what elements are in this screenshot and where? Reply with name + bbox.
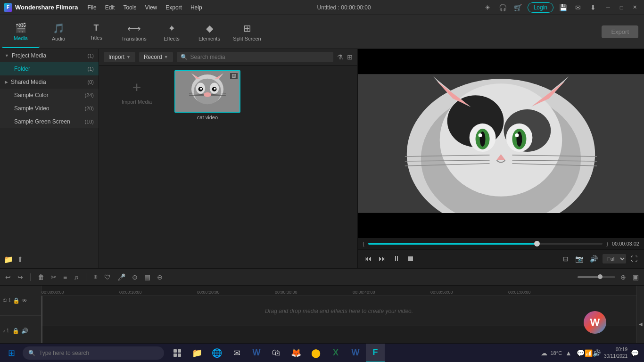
import-media-placeholder[interactable]: + Import Media — [104, 70, 170, 113]
taskbar-filmora[interactable]: F — [366, 344, 385, 362]
export-button[interactable]: Export — [602, 25, 638, 38]
zoom-slider[interactable] — [578, 276, 615, 278]
notification-tray-icon[interactable]: 💬 — [629, 349, 640, 357]
eye-icon[interactable]: 👁 — [22, 297, 27, 304]
timeline-ruler[interactable]: 00:00:00:00 00:00:10:00 00:00:20:00 00:0… — [41, 286, 636, 296]
taskbar-store[interactable]: 🛍 — [267, 344, 286, 362]
filter-icon[interactable]: ⚗ — [337, 53, 343, 61]
record-button[interactable]: Record ▼ — [139, 52, 173, 62]
tool-split-screen[interactable]: ⊞ Split Screen — [228, 16, 266, 48]
preview-panel: { } 00:00:03:02 ⏮ ⏭ ⏸ ⏹ ⊟ 📷 🔊 Full — [357, 49, 644, 268]
properties-button[interactable]: ≡ — [62, 272, 68, 282]
taskbar-word[interactable]: W — [247, 344, 266, 362]
audio-label: Audio — [52, 36, 65, 41]
maximize-button[interactable]: □ — [616, 2, 627, 13]
login-button[interactable]: Login — [528, 2, 553, 13]
tree-sample-color[interactable]: Sample Color (24) — [0, 89, 99, 102]
snapshot-button[interactable]: 📷 — [573, 253, 585, 264]
pause-button[interactable]: ⏸ — [391, 253, 402, 265]
align-button[interactable]: ⊜ — [131, 272, 139, 282]
search-input[interactable] — [190, 54, 330, 60]
split-screen-icon: ⊞ — [243, 23, 251, 34]
taskbar-search-input[interactable] — [39, 350, 143, 356]
undo-button[interactable]: ↩ — [4, 272, 12, 282]
media-panel: Import ▼ Record ▼ 🔍 ⚗ ⊞ + Import Media — [99, 49, 357, 268]
delete-button[interactable]: 🗑 — [36, 272, 46, 282]
close-button[interactable]: ✕ — [629, 2, 640, 13]
tree-folder[interactable]: Folder (1) — [0, 62, 99, 75]
tool-audio[interactable]: 🎵 Audio — [40, 16, 77, 48]
system-icons[interactable]: 💬📶🔊 — [575, 349, 602, 357]
headphone-icon[interactable]: 🎧 — [497, 2, 509, 13]
shield-button[interactable]: 🛡 — [103, 272, 112, 282]
video-track-lane[interactable]: Drag and drop media and effects here to … — [41, 296, 636, 326]
menu-view[interactable]: View — [141, 3, 161, 12]
audio-lock-icon[interactable]: 🔒 — [12, 328, 19, 334]
cut-button[interactable]: ✂ — [50, 272, 58, 282]
snap-button[interactable]: ⊕ — [92, 272, 99, 281]
grid-view-icon[interactable]: ⊞ — [347, 53, 353, 61]
temperature-display: 18°C — [551, 350, 562, 356]
taskbar-chrome[interactable]: ⬤ — [306, 344, 325, 362]
arrow-up-icon[interactable]: ▲ — [564, 349, 573, 357]
taskbar-task-view[interactable] — [168, 344, 187, 362]
taskbar-excel[interactable]: X — [326, 344, 345, 362]
audio-button[interactable]: ♬ — [72, 272, 80, 282]
taskbar-firefox[interactable]: 🦊 — [287, 344, 305, 362]
tree-project-media[interactable]: ▼ Project Media (1) — [0, 49, 99, 62]
progress-track[interactable] — [368, 243, 603, 245]
menu-tools[interactable]: Tools — [119, 3, 140, 12]
media-item-cat-video[interactable]: 🖼 cat video — [174, 70, 240, 263]
tool-transitions[interactable]: ⟷ Transitions — [115, 16, 153, 48]
notification-icon[interactable]: ✉ — [572, 2, 584, 13]
taskbar-file-explorer[interactable]: 📁 — [188, 344, 206, 362]
fit-button[interactable]: ▣ — [631, 272, 640, 282]
menu-export[interactable]: Export — [162, 3, 186, 12]
menu-edit[interactable]: Edit — [101, 3, 119, 12]
import-icon[interactable]: ⬆ — [17, 255, 23, 264]
taskbar: ⊞ 🔍 📁 🌐 ✉ W 🛍 🦊 ⬤ X W F ☁ 18°C ▲ 💬📶🔊 00:… — [0, 343, 644, 362]
bracket-close[interactable]: } — [606, 241, 608, 247]
taskbar-edge[interactable]: 🌐 — [207, 344, 226, 362]
lock-icon[interactable]: 🔒 — [13, 297, 20, 304]
folder-label: Folder — [14, 66, 88, 72]
network-icon[interactable]: ☁ — [539, 349, 549, 357]
tool-media[interactable]: 🎬 Media — [2, 16, 40, 48]
audio-mute-icon[interactable]: 🔊 — [21, 328, 28, 334]
captions-button[interactable]: ▤ — [143, 272, 152, 282]
fullscreen-button[interactable]: ⛶ — [629, 253, 639, 264]
tree-sample-green-screen[interactable]: Sample Green Screen (10) — [0, 115, 99, 128]
download-icon[interactable]: ⬇ — [587, 2, 599, 13]
skip-back-button[interactable]: ⏮ — [363, 253, 374, 265]
quality-select[interactable]: Full 1/2 1/4 — [603, 254, 626, 263]
tree-shared-media[interactable]: ▶ Shared Media (0) — [0, 75, 99, 89]
tool-elements[interactable]: ◆ Elements — [190, 16, 228, 48]
menu-help[interactable]: Help — [187, 3, 206, 12]
taskbar-msword[interactable]: W — [346, 344, 365, 362]
ruler-mark-2: 00:00:20:00 — [197, 286, 220, 296]
search-box: 🔍 — [177, 52, 333, 62]
cart-icon[interactable]: 🛒 — [512, 2, 524, 13]
step-forward-button[interactable]: ⏭ — [377, 253, 388, 265]
tool-titles[interactable]: T Titles — [77, 16, 115, 48]
minimize-button[interactable]: ─ — [603, 2, 614, 13]
stop-button[interactable]: ⏹ — [405, 253, 416, 265]
minus-zoom-button[interactable]: ⊖ — [156, 272, 164, 282]
ruler-mark-4: 00:00:40:00 — [353, 286, 375, 296]
svg-rect-45 — [178, 349, 181, 353]
redo-button[interactable]: ↪ — [16, 272, 25, 282]
split-view-button[interactable]: ⊟ — [561, 253, 570, 264]
new-folder-icon[interactable]: 📁 — [4, 255, 13, 264]
taskbar-mail[interactable]: ✉ — [227, 344, 246, 362]
bracket-open[interactable]: { — [363, 241, 364, 247]
plus-zoom-button[interactable]: ⊕ — [619, 272, 627, 282]
tool-effects[interactable]: ✦ Effects — [153, 16, 190, 48]
save-icon[interactable]: 💾 — [557, 2, 569, 13]
brightness-icon[interactable]: ☀ — [482, 2, 494, 13]
volume-button[interactable]: 🔊 — [588, 253, 600, 264]
import-button[interactable]: Import ▼ — [104, 52, 135, 62]
menu-file[interactable]: File — [83, 3, 100, 12]
mic-button[interactable]: 🎤 — [116, 272, 127, 282]
start-button[interactable]: ⊞ — [0, 344, 23, 362]
tree-sample-video[interactable]: Sample Video (20) — [0, 102, 99, 115]
